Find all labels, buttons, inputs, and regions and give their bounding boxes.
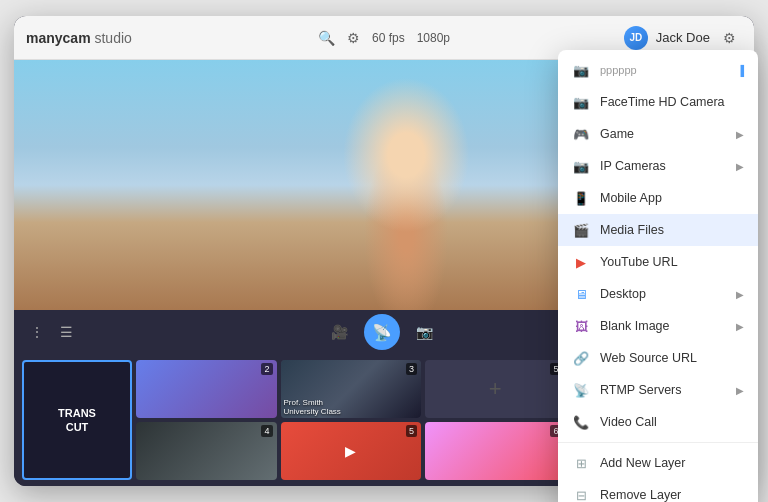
camera-button[interactable]: 🎥 xyxy=(331,324,348,340)
menu-item-rtmp-servers[interactable]: 📡 RTMP Servers ▶ xyxy=(558,374,758,406)
facetime-icon: 📷 xyxy=(572,93,590,111)
mobile-app-label: Mobile App xyxy=(600,191,744,205)
list-button[interactable]: ☰ xyxy=(60,324,73,340)
thumb-number-4: 4 xyxy=(261,425,272,437)
blank-image-label: Blank Image xyxy=(600,319,726,333)
user-name: Jack Doe xyxy=(656,30,710,45)
thumb-label-3: Prof. SmithUniversity Class xyxy=(284,398,341,416)
media-files-icon: 🎬 xyxy=(572,221,590,239)
zoom-icon[interactable]: 🔍 xyxy=(318,30,335,46)
game-label: Game xyxy=(600,127,726,141)
title-bar-center: 🔍 ⚙ 60 fps 1080p xyxy=(318,30,450,46)
video-call-icon: 📞 xyxy=(572,413,590,431)
thumb-number-2: 2 xyxy=(261,363,272,375)
menu-button[interactable]: ⋮ xyxy=(30,324,44,340)
blank-image-icon: 🖼 xyxy=(572,317,590,335)
add-layer-icon: ⊞ xyxy=(572,454,590,472)
desktop-icon: 🖥 xyxy=(572,285,590,303)
menu-item-ip-cameras[interactable]: 📷 IP Cameras ▶ xyxy=(558,150,758,182)
facetime-label: FaceTime HD Camera xyxy=(600,95,744,109)
menu-item-video-call[interactable]: 📞 Video Call xyxy=(558,406,758,438)
menu-item-youtube[interactable]: ▶ YouTube URL xyxy=(558,246,758,278)
resolution-display: 1080p xyxy=(417,31,450,45)
trans-cut-item[interactable]: TRANS CUT xyxy=(22,360,132,480)
youtube-icon: ▶ xyxy=(572,253,590,271)
user-avatar: JD xyxy=(624,26,648,50)
menu-item-game[interactable]: 🎮 Game ▶ xyxy=(558,118,758,150)
menu-item-blank-image[interactable]: 🖼 Blank Image ▶ xyxy=(558,310,758,342)
desktop-label: Desktop xyxy=(600,287,726,301)
thumbnail-3[interactable]: 3 Prof. SmithUniversity Class xyxy=(281,360,422,418)
menu-divider-1 xyxy=(558,442,758,443)
rtmp-label: RTMP Servers xyxy=(600,383,726,397)
thumbnail-4[interactable]: 4 xyxy=(136,422,277,480)
web-source-label: Web Source URL xyxy=(600,351,744,365)
video-call-label: Video Call xyxy=(600,415,744,429)
app-title: manycam xyxy=(26,30,91,46)
thumbnail-6[interactable]: 6 xyxy=(425,422,566,480)
trans-label: TRANS CUT xyxy=(58,406,96,435)
rtmp-arrow: ▶ xyxy=(736,385,744,396)
remove-layer-icon: ⊟ xyxy=(572,486,590,502)
toolbar-center: 🎥 📡 📷 xyxy=(331,314,433,350)
rtmp-icon: 📡 xyxy=(572,381,590,399)
menu-item-media-files[interactable]: 🎬 Media Files xyxy=(558,214,758,246)
app-logo: manycam studio xyxy=(26,30,132,46)
media-files-label: Media Files xyxy=(600,223,744,237)
thumb-number-5b: 5 xyxy=(406,425,417,437)
menu-item-web-source-url[interactable]: 🔗 Web Source URL xyxy=(558,342,758,374)
menu-item-mobile-app[interactable]: 📱 Mobile App xyxy=(558,182,758,214)
toolbar-left: ⋮ ☰ xyxy=(30,324,73,340)
menu-item-facetime[interactable]: 📷 FaceTime HD Camera xyxy=(558,86,758,118)
thumb-number-3: 3 xyxy=(406,363,417,375)
ip-cameras-icon: 📷 xyxy=(572,157,590,175)
add-icon-top: + xyxy=(489,376,502,402)
menu-item-remove-layer[interactable]: ⊟ Remove Layer xyxy=(558,479,758,502)
app-subtitle: studio xyxy=(94,30,131,46)
menu-item-top-partial[interactable]: 📷 pppppp ▐ xyxy=(558,54,758,86)
settings-button[interactable]: ⚙ xyxy=(718,26,742,50)
broadcast-button[interactable]: 📡 xyxy=(364,314,400,350)
partial-indicator: ▐ xyxy=(737,65,744,76)
youtube-label: YouTube URL xyxy=(600,255,744,269)
add-layer-label: Add New Layer xyxy=(600,456,744,470)
thumbnail-add-top[interactable]: + 5 xyxy=(425,360,566,418)
remove-layer-label: Remove Layer xyxy=(600,488,744,502)
partial-label: pppppp xyxy=(600,64,727,76)
ip-cameras-label: IP Cameras xyxy=(600,159,726,173)
title-bar-right: JD Jack Doe ⚙ xyxy=(624,26,742,50)
fps-display: 60 fps xyxy=(372,31,405,45)
desktop-arrow: ▶ xyxy=(736,289,744,300)
blank-image-arrow: ▶ xyxy=(736,321,744,332)
thumbnail-2[interactable]: 2 xyxy=(136,360,277,418)
menu-item-desktop[interactable]: 🖥 Desktop ▶ xyxy=(558,278,758,310)
game-arrow: ▶ xyxy=(736,129,744,140)
partial-icon: 📷 xyxy=(572,61,590,79)
ip-cameras-arrow: ▶ xyxy=(736,161,744,172)
settings-small-icon[interactable]: ⚙ xyxy=(347,30,360,46)
context-menu: 📷 pppppp ▐ 📷 FaceTime HD Camera 🎮 Game ▶… xyxy=(558,50,758,502)
mobile-app-icon: 📱 xyxy=(572,189,590,207)
game-icon: 🎮 xyxy=(572,125,590,143)
web-source-icon: 🔗 xyxy=(572,349,590,367)
thumbnail-5-play[interactable]: 5 xyxy=(281,422,422,480)
photo-button[interactable]: 📷 xyxy=(416,324,433,340)
menu-item-add-new-layer[interactable]: ⊞ Add New Layer xyxy=(558,447,758,479)
